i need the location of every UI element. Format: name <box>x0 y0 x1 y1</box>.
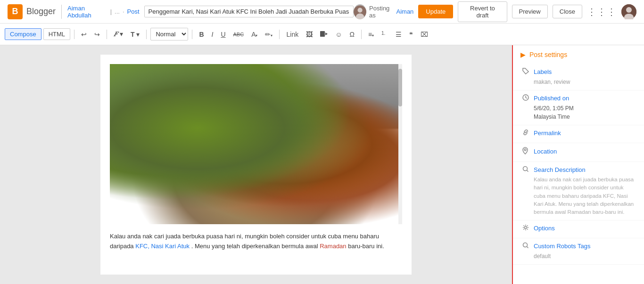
search-description-text: Kalau anda nak cari juada berbuka puasa … <box>522 176 636 216</box>
bold-button[interactable]: B <box>196 29 206 40</box>
options-header: Options <box>522 224 636 232</box>
scrollbar-thumb <box>398 69 402 106</box>
published-on-timezone: Malaysia Time <box>522 113 636 121</box>
food-image <box>110 64 402 224</box>
location-icon <box>522 147 530 156</box>
font-dropdown-icon: ▾ <box>120 30 123 38</box>
location-item: Location <box>513 143 644 162</box>
editor-body-text[interactable]: Kalau anda nak cari juada berbuka puasa … <box>110 232 402 252</box>
insert-special-button[interactable]: Ω <box>347 29 357 40</box>
user-avatar-small <box>354 4 366 19</box>
published-on-date: 5/6/20, 1:05 PM <box>522 104 636 113</box>
apps-grid-icon[interactable]: ⋮⋮⋮ <box>587 6 617 17</box>
body-text-2: daripada <box>110 243 134 250</box>
toolbar-sep-2 <box>107 30 107 39</box>
blockquote-button[interactable]: ❝ <box>406 29 416 40</box>
labels-value: makan, review <box>522 78 636 86</box>
close-button[interactable]: Close <box>553 5 582 18</box>
custom-robots-icon <box>522 242 530 250</box>
strikethrough-button[interactable]: ABC <box>231 30 247 39</box>
toolbar-sep-1 <box>74 30 74 39</box>
highlight-button[interactable]: ✏▾ <box>262 29 275 40</box>
font-icon: 𝐹 <box>114 30 118 38</box>
labels-item: Labels makan, review <box>513 64 644 90</box>
update-button[interactable]: Update <box>418 5 453 18</box>
post-title-input[interactable] <box>144 6 354 17</box>
numbered-list-button[interactable]: 1. <box>379 28 391 40</box>
published-on-label[interactable]: Published on <box>534 95 569 102</box>
font-size-button[interactable]: T ▾ <box>128 29 142 40</box>
breadcrumb: Aiman Abdullah | ... · Post <box>67 5 140 19</box>
published-on-header: Published on <box>522 94 636 102</box>
revert-to-draft-button[interactable]: Revert to draft <box>458 1 507 22</box>
collapse-icon: ▶ <box>520 51 526 58</box>
body-text-4: . Menu yang telah diperkenalkan bermula … <box>191 243 318 250</box>
post-image <box>110 64 402 224</box>
preview-button[interactable]: Preview <box>512 5 548 18</box>
labels-label[interactable]: Labels <box>534 68 552 75</box>
labels-header: Labels <box>522 68 636 76</box>
posting-as: Posting as Aiman <box>354 4 414 19</box>
insert-video-button[interactable] <box>317 29 330 40</box>
breadcrumb-user[interactable]: Aiman Abdullah <box>67 5 107 19</box>
text-color-button[interactable]: A▾ <box>248 29 260 40</box>
bullet-list-button[interactable]: ☰ <box>393 29 405 40</box>
published-on-item: Published on 5/6/20, 1:05 PM Malaysia Ti… <box>513 90 644 125</box>
custom-robots-value: default <box>522 252 636 260</box>
custom-robots-label[interactable]: Custom Robots Tags <box>534 243 590 250</box>
toolbar-sep-5 <box>279 30 280 39</box>
redo-button[interactable]: ↪ <box>91 29 103 40</box>
toolbar-sep-3 <box>146 30 147 39</box>
custom-robots-header: Custom Robots Tags <box>522 242 636 250</box>
editor-content: Kalau anda nak cari juada berbuka puasa … <box>100 55 412 275</box>
font-size-dropdown-icon: ▾ <box>136 31 140 38</box>
search-description-label[interactable]: Search Description <box>534 166 586 173</box>
underline-button[interactable]: U <box>218 29 228 40</box>
blogger-icon: B <box>8 4 23 19</box>
post-settings-header[interactable]: ▶ Post settings <box>513 45 644 64</box>
custom-robots-item: Custom Robots Tags default <box>513 238 644 265</box>
insert-image-button[interactable]: 🖼 <box>303 29 315 40</box>
svg-point-13 <box>523 243 528 247</box>
format-select[interactable]: Normal <box>150 28 188 41</box>
editor-area[interactable]: Kalau anda nak cari juada berbuka puasa … <box>0 45 512 284</box>
toolbar-sep-4 <box>192 30 192 39</box>
html-tab[interactable]: HTML <box>43 28 70 40</box>
link-button[interactable]: Link <box>283 29 301 40</box>
undo-button[interactable]: ↩ <box>78 29 90 40</box>
location-label[interactable]: Location <box>534 148 557 155</box>
font-selector-button[interactable]: 𝐹 ▾ <box>111 28 126 40</box>
toolbar-sep-6 <box>361 30 362 39</box>
options-gear-icon <box>522 224 530 232</box>
clock-icon <box>522 94 530 102</box>
breadcrumb-sep2: · <box>123 8 124 15</box>
search-desc-icon <box>522 166 530 174</box>
insert-emoji-button[interactable]: ☺ <box>332 29 345 40</box>
label-icon <box>522 68 530 76</box>
top-nav: B Blogger Aiman Abdullah | ... · Post Po… <box>0 0 644 24</box>
posting-as-label: Posting as <box>369 5 394 19</box>
permalink-item: Permalink <box>513 125 644 143</box>
breadcrumb-post-label[interactable]: Post <box>127 8 140 15</box>
link-icon <box>522 129 530 137</box>
breadcrumb-ellipsis: ... <box>115 8 120 15</box>
compose-tab[interactable]: Compose <box>5 28 41 40</box>
editor-toolbar: Compose HTML ↩ ↪ 𝐹 ▾ T ▾ Normal B I U AB… <box>0 24 644 45</box>
svg-point-12 <box>525 227 527 229</box>
italic-button[interactable]: I <box>209 29 216 40</box>
options-label[interactable]: Options <box>534 225 555 232</box>
breadcrumb-sep1: | <box>110 8 112 15</box>
posting-as-name: Aiman <box>396 8 414 15</box>
search-description-item: Search Description Kalau anda nak cari j… <box>513 162 644 220</box>
svg-point-4 <box>626 7 632 13</box>
svg-point-11 <box>523 167 528 171</box>
svg-rect-6 <box>320 31 325 37</box>
alignment-button[interactable]: ≡▾ <box>365 29 377 40</box>
remove-format-button[interactable]: ⌧ <box>418 29 431 40</box>
account-avatar[interactable] <box>621 4 636 19</box>
post-settings-panel: ▶ Post settings Labels makan, review <box>512 45 644 284</box>
font-size-icon: T <box>131 31 135 38</box>
nav-right: Posting as Aiman Update Revert to draft … <box>354 1 636 22</box>
svg-text:1.: 1. <box>381 31 385 36</box>
permalink-label[interactable]: Permalink <box>534 130 561 137</box>
